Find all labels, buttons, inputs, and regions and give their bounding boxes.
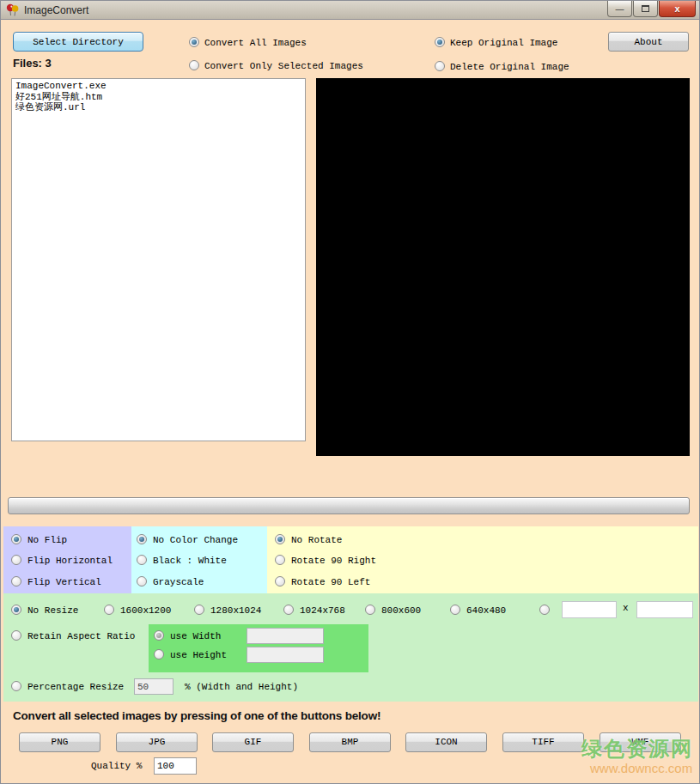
list-item[interactable]: ImageConvert.exe [15,81,301,92]
convert-icon-button[interactable]: ICON [405,732,487,752]
file-list[interactable]: ImageConvert.exe 好251网址导航.htm 绿色资源网.url [11,78,306,441]
radio-no-flip[interactable] [11,534,21,544]
maximize-button[interactable] [633,1,658,17]
radio-no-resize[interactable] [11,605,21,615]
percentage-input[interactable] [134,678,173,695]
radio-1280x1024[interactable] [194,605,204,615]
radio-no-rotate[interactable] [275,534,285,544]
radio-grayscale[interactable] [137,576,147,586]
close-icon: x [674,3,679,14]
flip-vertical-label: Flip Vertical [27,577,101,587]
no-flip-label: No Flip [27,535,67,545]
convert-tiff-button[interactable]: TIFF [502,732,584,752]
radio-flip-vertical[interactable] [11,576,21,586]
window-title: ImageConvert [24,4,88,16]
convert-jpg-button[interactable]: JPG [116,732,198,752]
use-height-label: use Height [170,650,227,660]
black-white-label: Black : White [153,556,227,566]
custom-height-input[interactable] [636,601,693,618]
radio-640x480[interactable] [450,605,460,615]
select-directory-button[interactable]: Select Directory [13,32,143,52]
convert-instruction: Convert all selected images by pressing … [13,709,380,722]
no-color-change-label: No Color Change [153,535,238,545]
radio-convert-all-images[interactable] [189,37,199,47]
radio-1600x1200[interactable] [104,605,114,615]
use-height-input[interactable] [247,647,324,663]
radio-retain-aspect-ratio[interactable] [11,630,21,641]
preset-1024x768-label: 1024x768 [300,605,345,616]
list-item[interactable]: 好251网址导航.htm [15,92,301,103]
radio-percentage-resize[interactable] [11,681,21,691]
flip-horizontal-label: Flip Horizontal [27,556,113,566]
preset-640x480-label: 640x480 [466,605,506,616]
radio-use-height[interactable] [154,649,164,659]
percentage-suffix-label: % (Width and Height) [185,682,298,692]
title-bar: ImageConvert — x [1,1,699,20]
keep-original-image-label: Keep Original Image [450,38,557,48]
custom-width-input[interactable] [562,601,617,618]
delete-original-image-label: Delete Original Image [450,62,569,72]
no-resize-label: No Resize [27,605,78,616]
percentage-resize-label: Percentage Resize [27,682,124,692]
preset-1280x1024-label: 1280x1024 [210,605,261,616]
watermark-site-url: www.downcc.com [590,761,692,775]
radio-flip-horizontal[interactable] [11,555,21,565]
preset-1600x1200-label: 1600x1200 [120,605,171,616]
convert-bmp-button[interactable]: BMP [309,732,391,752]
image-preview-area [316,78,690,456]
preset-800x600-label: 800x600 [381,605,421,616]
about-button[interactable]: About [608,32,689,52]
files-count-label: Files: 3 [13,57,52,70]
quality-label: Quality % [91,761,142,771]
maximize-icon [642,5,649,12]
progress-bar [8,497,690,514]
retain-aspect-ratio-label: Retain Aspect Ratio [27,631,135,641]
quality-input[interactable] [154,757,197,775]
radio-delete-original-image[interactable] [435,61,445,71]
radio-rotate-90-right[interactable] [275,555,285,565]
convert-png-button[interactable]: PNG [19,732,100,752]
custom-size-separator: x [623,603,629,613]
minimize-button[interactable]: — [607,1,632,17]
rotate-90-left-label: Rotate 90 Left [291,577,370,587]
convert-all-images-label: Convert All Images [204,38,307,48]
radio-use-width[interactable] [154,630,164,641]
close-button[interactable]: x [659,1,696,17]
radio-keep-original-image[interactable] [435,37,445,47]
rotate-90-right-label: Rotate 90 Right [291,556,376,566]
convert-only-selected-label: Convert Only Selected Images [204,61,363,71]
imageconvert-window: ImageConvert — x Select Directory About … [0,0,700,784]
radio-rotate-90-left[interactable] [275,576,285,586]
use-width-input[interactable] [247,628,324,644]
watermark-site-name: 绿色资源网 [581,735,693,763]
convert-gif-button[interactable]: GIF [212,732,294,752]
app-icon [6,3,20,17]
no-rotate-label: No Rotate [291,535,342,545]
radio-800x600[interactable] [365,605,375,615]
radio-no-color-change[interactable] [137,534,147,544]
radio-black-white[interactable] [137,555,147,565]
grayscale-label: Grayscale [153,577,204,587]
list-item[interactable]: 绿色资源网.url [15,102,301,113]
radio-1024x768[interactable] [283,605,294,615]
use-width-label: use Width [170,631,221,641]
radio-custom-size[interactable] [539,605,550,615]
radio-convert-only-selected[interactable] [189,60,199,70]
